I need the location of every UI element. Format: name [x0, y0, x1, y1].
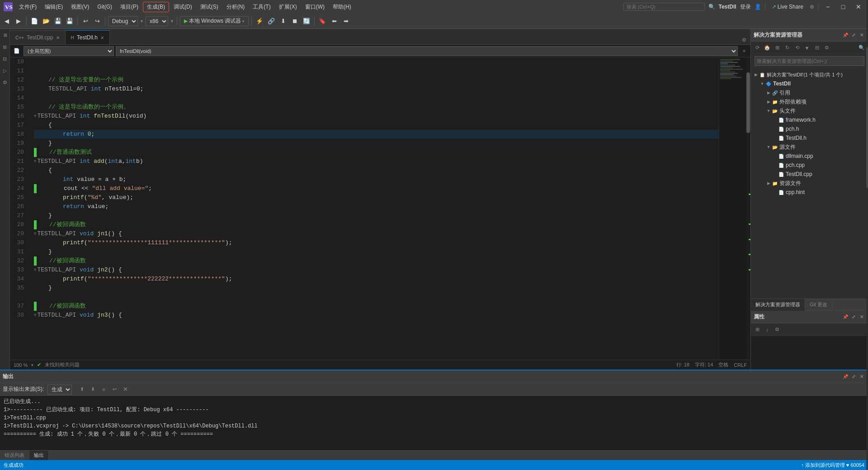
output-find-button[interactable]: ≡: [99, 385, 108, 394]
save-button[interactable]: 💾: [53, 16, 63, 26]
tree-dllmain-cpp[interactable]: 📄 dllmain.cpp: [751, 152, 868, 161]
perf-button[interactable]: ⚡: [255, 16, 264, 26]
output-nav-down-button[interactable]: ⬇: [88, 385, 97, 394]
output-float-button[interactable]: ⤢: [850, 373, 857, 380]
sol-tab-explorer[interactable]: 解决方案资源管理器: [751, 299, 805, 311]
tree-resource-files[interactable]: ▶ 📁 资源文件: [751, 179, 868, 188]
step-button[interactable]: ⬇: [278, 16, 288, 26]
prop-float-button[interactable]: ⤢: [850, 313, 857, 321]
collapse-btn-38[interactable]: ▽: [34, 311, 36, 320]
maximize-button[interactable]: □: [837, 2, 849, 11]
prop-sort-icon[interactable]: ↕: [763, 325, 772, 334]
se-home-button[interactable]: 🏠: [763, 43, 772, 52]
share-icon[interactable]: ⊕: [810, 4, 814, 10]
stop-button[interactable]: ⏹: [290, 16, 300, 26]
scope-combo[interactable]: (全局范围): [24, 46, 114, 56]
back-button[interactable]: ◀: [2, 16, 12, 26]
out-tab-output[interactable]: 输出: [29, 451, 49, 461]
arch-combo[interactable]: x86: [146, 16, 168, 26]
undo-button[interactable]: ↩: [80, 16, 90, 26]
se-search-button[interactable]: 🔍: [857, 43, 866, 52]
menu-window[interactable]: 窗口(W): [302, 2, 328, 12]
tree-cpp-hint[interactable]: 📄 cpp.hint: [751, 188, 868, 197]
activity-server-icon[interactable]: ⊞: [0, 43, 9, 52]
se-pin-button[interactable]: 📌: [842, 32, 849, 39]
code-content[interactable]: // 这是导出变量的一个示例 TESTDLL_API int nTestDll=…: [30, 57, 719, 360]
collapse-btn-16[interactable]: ▽: [34, 112, 36, 121]
login-label[interactable]: 登录: [740, 3, 751, 11]
prop-close-button[interactable]: ✕: [858, 313, 865, 321]
search-icon[interactable]: 🔍: [708, 4, 715, 10]
restart-button[interactable]: 🔄: [302, 16, 311, 26]
tree-framework-h[interactable]: 📄 framework.h: [751, 115, 868, 124]
activity-tools-icon[interactable]: ⚙: [0, 78, 9, 87]
menu-edit[interactable]: 编辑(E): [41, 2, 66, 12]
prop-pin-button[interactable]: 📌: [842, 313, 849, 321]
collapse-btn-21[interactable]: ▽: [34, 157, 36, 166]
tree-references[interactable]: ▶ 🔗 引用: [751, 88, 868, 97]
sol-tab-git[interactable]: Git 更改: [805, 299, 832, 311]
se-sync-button[interactable]: ⟳: [753, 43, 762, 52]
se-expand-button[interactable]: ⊞: [773, 43, 782, 52]
search-input[interactable]: [623, 3, 705, 11]
output-wrap-button[interactable]: ↩: [110, 385, 119, 394]
tab-testdll-h[interactable]: H TestDll.h ✕: [66, 30, 110, 44]
menu-git[interactable]: Git(G): [94, 3, 116, 11]
nav-add-button[interactable]: +: [740, 47, 749, 56]
menu-analyze[interactable]: 分析(N): [223, 2, 249, 12]
collapse-btn-33[interactable]: ▽: [34, 266, 36, 275]
tree-source-files[interactable]: ▼ 📂 源文件: [751, 142, 868, 152]
menu-project[interactable]: 项目(P): [117, 2, 142, 12]
tree-testdll-cpp[interactable]: 📄 TestDll.cpp: [751, 170, 868, 179]
menu-file[interactable]: 文件(F): [15, 2, 40, 12]
tab-cpp-close[interactable]: ✕: [56, 35, 60, 40]
new-file-button[interactable]: 📄: [29, 16, 39, 26]
menu-tools[interactable]: 工具(T): [249, 2, 274, 12]
menu-view[interactable]: 视图(V): [67, 2, 93, 12]
editor-scrollbar[interactable]: [746, 57, 750, 360]
run-debugger-button[interactable]: ▶ 本地 Windows 调试器 ▾: [180, 16, 249, 26]
nav1-button[interactable]: ⬅: [329, 16, 339, 26]
menu-build[interactable]: 生成(B): [143, 2, 169, 12]
output-source-combo[interactable]: 生成: [47, 385, 72, 394]
tree-pch-h[interactable]: 📄 pch.h: [751, 124, 868, 133]
tree-external-deps[interactable]: ▶ 📁 外部依赖项: [751, 97, 868, 106]
zoom-level[interactable]: 100 %: [14, 362, 28, 368]
redo-button[interactable]: ↪: [92, 16, 102, 26]
minimize-button[interactable]: −: [822, 2, 834, 11]
se-float-button[interactable]: ⤢: [850, 32, 857, 39]
output-nav-up-button[interactable]: ⬆: [77, 385, 86, 394]
collapse-btn-29[interactable]: ▽: [34, 229, 36, 238]
menu-extensions[interactable]: 扩展(X): [275, 2, 301, 12]
tree-pch-cpp[interactable]: 📄 pch.cpp: [751, 161, 868, 170]
se-search-input[interactable]: [755, 56, 864, 66]
prop-property-icon[interactable]: ⚙: [773, 325, 782, 334]
se-refresh2-button[interactable]: ⟲: [793, 43, 802, 52]
activity-debug-icon[interactable]: ▷: [0, 66, 9, 75]
tab-h-close[interactable]: ✕: [100, 35, 104, 40]
output-pin-button[interactable]: 📌: [842, 373, 849, 380]
se-filter-button[interactable]: ▼: [802, 43, 811, 52]
tab-settings-button[interactable]: ⚙: [740, 35, 749, 44]
tree-solution-root[interactable]: ▶ 📋 解决方案'TestDll'(1 个项目/共 1 个): [751, 70, 868, 79]
tree-project[interactable]: ▼ 🔷 TestDll: [751, 79, 868, 88]
open-file-button[interactable]: 📂: [41, 16, 51, 26]
menu-test[interactable]: 测试(S): [197, 2, 222, 12]
login-icon[interactable]: 👤: [755, 4, 761, 10]
close-button[interactable]: ✕: [853, 2, 864, 11]
activity-bookmarks-icon[interactable]: ⊠: [0, 31, 9, 40]
prop-grid-icon[interactable]: ⊞: [753, 325, 762, 334]
se-git-button[interactable]: ⊟: [812, 43, 821, 52]
out-tab-errors[interactable]: 错误列表: [0, 451, 29, 461]
se-settings-button[interactable]: ⚙: [822, 43, 831, 52]
config-combo[interactable]: Debug: [108, 16, 138, 26]
se-close-button[interactable]: ✕: [858, 32, 865, 39]
attach-button[interactable]: 🔗: [266, 16, 276, 26]
tree-header-files[interactable]: ▼ 📂 头文件: [751, 106, 868, 115]
tree-testdll-h[interactable]: 📄 TestDll.h: [751, 133, 868, 142]
bookmark-button[interactable]: 🔖: [317, 16, 327, 26]
forward-button[interactable]: ▶: [14, 16, 24, 26]
zoom-dropdown-icon[interactable]: ▾: [31, 363, 33, 367]
se-refresh-button[interactable]: ↻: [783, 43, 792, 52]
save-all-button[interactable]: 💾: [65, 16, 75, 26]
